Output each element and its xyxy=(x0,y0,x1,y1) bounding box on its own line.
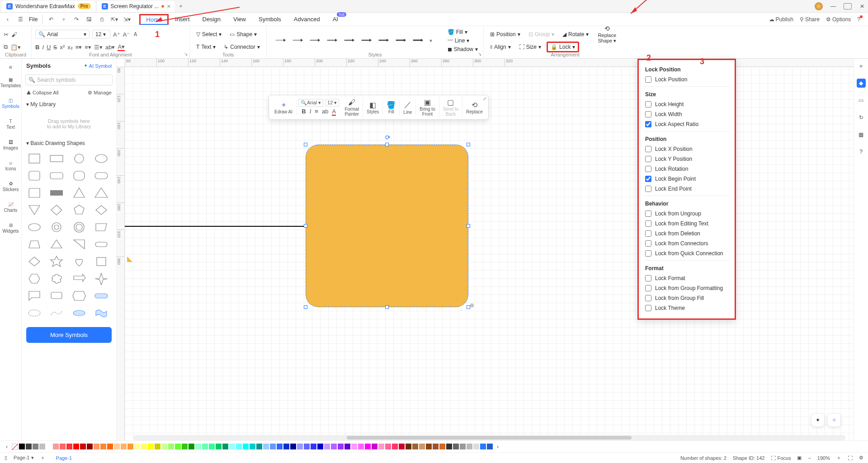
arrow-gallery-dropdown[interactable]: ▾ xyxy=(429,37,432,44)
more-symbols-button[interactable]: More Symbols xyxy=(26,327,112,343)
font-size-select[interactable]: 12 ▾ xyxy=(92,30,110,39)
tab-advanced[interactable]: Advanced xyxy=(288,13,326,25)
select-tool[interactable]: ▽ Select▾ xyxy=(193,30,224,38)
shape-item[interactable] xyxy=(26,186,42,200)
resize-handle-n[interactable] xyxy=(385,143,389,146)
color-swatch[interactable] xyxy=(209,444,215,449)
color-swatch[interactable] xyxy=(182,444,188,449)
focus-button[interactable]: ⛶ Focus xyxy=(771,455,791,461)
zoom-out-icon[interactable]: − xyxy=(808,455,811,461)
shape-item[interactable] xyxy=(93,289,109,303)
shape-item[interactable] xyxy=(93,186,109,200)
mini-edraw-ai[interactable]: ✦ Edraw AI xyxy=(271,100,297,115)
right-history-icon[interactable]: ↻ xyxy=(857,113,866,122)
tab-design[interactable]: Design xyxy=(196,13,227,25)
shape-item[interactable] xyxy=(93,272,109,285)
right-help-icon[interactable]: ? xyxy=(857,147,866,156)
shape-item[interactable] xyxy=(71,306,87,320)
color-swatch[interactable] xyxy=(229,444,235,449)
mini-send-back[interactable]: ▢Send to Back xyxy=(439,97,462,117)
canvas-scrollbar[interactable] xyxy=(133,435,845,440)
back-icon[interactable]: ‹ xyxy=(4,15,12,23)
color-swatch[interactable] xyxy=(351,444,357,449)
page-selector[interactable]: Page-1 ▾ xyxy=(14,455,34,461)
lock-connectors-item[interactable]: Lock from Connectors xyxy=(639,239,735,248)
shape-item[interactable] xyxy=(93,238,109,251)
mini-size-select[interactable]: 12 ▾ xyxy=(325,99,339,107)
color-swatch[interactable] xyxy=(372,444,377,449)
color-swatch[interactable] xyxy=(236,444,242,449)
my-library-section[interactable]: ▾ My Library xyxy=(22,98,116,110)
shape-item[interactable] xyxy=(48,152,65,165)
shape-item[interactable] xyxy=(93,255,109,268)
font-select[interactable]: 🔍 Arial ▾ xyxy=(35,30,90,39)
collapse-all-button[interactable]: ⯅ Collapse All xyxy=(26,90,59,96)
resize-handle-e[interactable] xyxy=(467,224,470,228)
copy-icon[interactable]: ⧉ xyxy=(4,43,8,51)
shape-item[interactable] xyxy=(71,169,87,182)
lock-y-item[interactable]: Lock Y Position xyxy=(639,154,735,164)
resize-handle-ne[interactable] xyxy=(467,143,470,146)
shape-item[interactable] xyxy=(71,255,87,268)
shape-item[interactable] xyxy=(48,289,65,303)
color-swatch[interactable] xyxy=(141,444,147,449)
mini-highlight-icon[interactable]: ab xyxy=(322,108,328,116)
rail-templates[interactable]: ▦Templates xyxy=(0,72,22,93)
color-swatch[interactable] xyxy=(80,444,86,449)
color-swatch[interactable] xyxy=(243,444,249,449)
maximize-icon[interactable] xyxy=(844,3,852,9)
font-dialog-launcher[interactable]: ↘ xyxy=(184,51,188,56)
shape-item[interactable] xyxy=(93,169,109,182)
mini-font-color-icon[interactable]: A xyxy=(332,108,336,116)
tab-symbols[interactable]: Symbols xyxy=(252,13,288,25)
color-swatch[interactable] xyxy=(412,444,418,449)
pages-pane-icon[interactable]: ▯ xyxy=(5,455,7,461)
color-swatch[interactable] xyxy=(446,444,452,449)
print-icon[interactable]: ⎙ xyxy=(98,15,106,23)
shape-item[interactable] xyxy=(26,272,42,285)
strike-icon[interactable]: S̶ xyxy=(53,44,57,51)
color-swatch[interactable] xyxy=(311,444,316,449)
lock-edit-item[interactable]: Lock from Editing Text xyxy=(639,219,735,229)
styles-dialog-launcher[interactable]: ↘ xyxy=(478,51,481,56)
shape-item[interactable] xyxy=(71,203,87,217)
ai-symbol-button[interactable]: ✦ AI Symbol xyxy=(84,63,112,69)
redo-icon[interactable]: ↷ xyxy=(72,15,80,23)
colorbar-right-icon[interactable]: › xyxy=(494,443,502,451)
rotate-handle[interactable]: ⟳ xyxy=(385,134,391,141)
shape-item[interactable] xyxy=(48,169,65,182)
color-swatch[interactable] xyxy=(460,444,466,449)
tab-insert[interactable]: Insert xyxy=(169,13,196,25)
arrow-style-item[interactable] xyxy=(361,37,372,44)
color-swatch[interactable] xyxy=(114,444,120,449)
tab-view[interactable]: View xyxy=(227,13,252,25)
fill-button[interactable]: 🪣 Fill▾ xyxy=(445,28,481,36)
shape-item[interactable] xyxy=(26,255,42,268)
lock-ungroup-item[interactable]: Lock from Ungroup xyxy=(639,209,735,219)
arrow-style-item[interactable] xyxy=(378,37,389,44)
undo-icon[interactable]: ↶ xyxy=(47,15,55,23)
color-swatch[interactable] xyxy=(277,444,283,449)
color-swatch[interactable] xyxy=(26,444,32,449)
lock-rotation-item[interactable]: Lock Rotation xyxy=(639,164,735,174)
color-swatch[interactable] xyxy=(155,444,160,449)
app-tab-main[interactable]: E Wondershare EdrawMax Pro xyxy=(2,1,95,12)
mini-styles[interactable]: ◧Styles xyxy=(363,100,383,115)
page-tab[interactable]: Page-1 xyxy=(52,454,76,462)
bold-icon[interactable]: B xyxy=(35,44,39,51)
color-swatch[interactable] xyxy=(480,444,486,449)
shape-item[interactable] xyxy=(26,289,42,303)
shape-item[interactable] xyxy=(26,152,42,165)
cut-icon[interactable]: ✂ xyxy=(4,31,9,38)
size-button[interactable]: ⛶ Size▾ xyxy=(516,43,544,51)
color-swatch[interactable] xyxy=(202,444,208,449)
color-swatch[interactable] xyxy=(148,444,154,449)
help-icon[interactable]: ? xyxy=(857,16,864,23)
color-swatch[interactable] xyxy=(73,444,79,449)
settings-gear-icon[interactable]: ⚙ xyxy=(859,455,863,461)
color-swatch[interactable] xyxy=(53,444,59,449)
color-swatch[interactable] xyxy=(195,444,201,449)
lock-deletion-item[interactable]: Lock from Deletion xyxy=(639,229,735,239)
manage-button[interactable]: ⚙ Manage xyxy=(88,90,112,96)
shape-item[interactable] xyxy=(26,203,42,217)
